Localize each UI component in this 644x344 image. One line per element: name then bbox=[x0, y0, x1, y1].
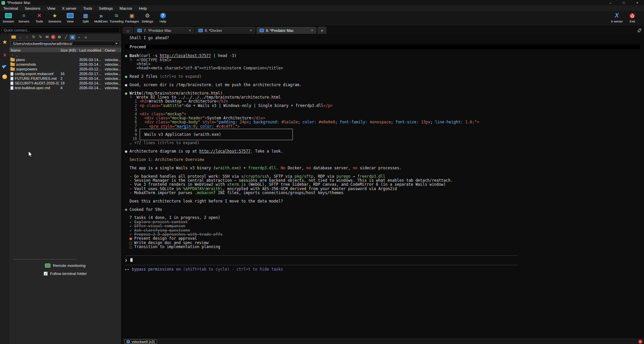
terminal-link[interactable]: http://localhost:57577 bbox=[199, 149, 250, 154]
toolbar-tunneling-button[interactable]: ≈Tunneling bbox=[109, 12, 124, 26]
sessions-star-icon[interactable]: ★ bbox=[2, 39, 7, 46]
remote-monitoring-row[interactable]: Remote monitoring bbox=[45, 264, 85, 268]
tools-icon[interactable]: ✕ bbox=[3, 52, 7, 58]
tools-icon-wrap: ✕ bbox=[37, 12, 41, 19]
new-tab-button[interactable]: + bbox=[318, 27, 326, 34]
pin-icon[interactable]: ▪ bbox=[76, 35, 82, 40]
terminal-line bbox=[125, 40, 643, 44]
tab-t8[interactable]: 8. *Docker× bbox=[195, 27, 255, 34]
file-owner-cell: vstockw... bbox=[103, 86, 121, 90]
toolbar-settings-button[interactable]: ⚙Settings bbox=[140, 12, 155, 26]
upload-icon[interactable]: ↑ bbox=[24, 35, 30, 40]
edit-icon[interactable]: ✎ bbox=[38, 35, 43, 40]
file-row[interactable]: SECURITY-AUDIT-2026-03-1...192026-03-14.… bbox=[9, 81, 121, 85]
file-modified-cell: 2026-03-14... bbox=[78, 76, 103, 80]
toolbar-view-button[interactable]: View bbox=[62, 12, 78, 26]
column-header-size-kb-[interactable]: Size (KB) bbox=[59, 48, 78, 52]
toolbar-tools-button[interactable]: ✕Tools bbox=[32, 12, 47, 26]
toolbar-split-button[interactable]: ▦Split bbox=[78, 12, 93, 26]
menu-sessions[interactable]: Sessions bbox=[21, 5, 44, 11]
delete-icon[interactable]: × bbox=[51, 35, 55, 39]
moba-ball-icon[interactable] bbox=[2, 74, 7, 79]
terminal-line: 7 <pre style="margin:0; color: #c4c4ff;"… bbox=[125, 124, 643, 128]
tab-close-icon[interactable]: × bbox=[311, 28, 313, 33]
panel-toggle-icon[interactable]: ▦ bbox=[70, 35, 75, 40]
folder-icon bbox=[10, 63, 15, 66]
tunneling-icon: ≈ bbox=[115, 12, 118, 19]
column-header-owner[interactable]: Owner bbox=[103, 48, 121, 52]
toolbar-servers-button[interactable]: ≡Servers bbox=[16, 12, 32, 26]
tab-close-icon[interactable]: × bbox=[250, 28, 252, 33]
sync-icon[interactable]: ↻ bbox=[31, 35, 37, 40]
minimize-button[interactable]: – bbox=[604, 0, 617, 5]
file-icon bbox=[10, 86, 13, 90]
folder-row[interactable]: plans2026-03-14...vstockw... bbox=[9, 57, 121, 62]
terminal-tab-icon bbox=[137, 29, 142, 32]
terminal-tab-bar: ⌂7. *Predator Mac×8. *Docker×9. *Predato… bbox=[121, 26, 644, 34]
folder-row[interactable]: screenshots2026-03-14...vstockw... bbox=[9, 62, 121, 67]
menu-x-server[interactable]: X server bbox=[59, 5, 80, 11]
file-row[interactable]: FUTURE-FEATURES.md22026-03-14...vstockw.… bbox=[9, 76, 121, 81]
macros-plane-icon[interactable] bbox=[2, 63, 7, 69]
terminal-line bbox=[125, 249, 643, 253]
file-icon bbox=[10, 77, 13, 80]
toolbar-sessions-button[interactable]: ★Sessions bbox=[47, 12, 62, 26]
close-button[interactable]: × bbox=[631, 0, 644, 5]
toolbar-multiexec-button[interactable]: »MultiExec bbox=[93, 12, 109, 26]
terminal-area[interactable]: Shall I go ahead?Proceed● Bash(curl -s h… bbox=[123, 34, 644, 344]
app-icon bbox=[1, 1, 5, 5]
tunneling-icon-wrap: ≈ bbox=[115, 12, 118, 19]
multiexec-icon: » bbox=[99, 12, 103, 19]
toolbar-packages-button[interactable]: ▣Packages bbox=[124, 12, 140, 26]
file-modified-cell: 2026-03-17... bbox=[78, 72, 103, 76]
packages-icon-wrap: ▣ bbox=[129, 12, 134, 19]
session-icon-wrap bbox=[5, 12, 12, 19]
up-dir-icon: ↑ bbox=[10, 53, 15, 57]
download-icon[interactable]: ↓ bbox=[17, 35, 23, 40]
toolbar-exit-button[interactable]: Exit bbox=[625, 12, 640, 26]
search-icon[interactable]: ⊙ bbox=[56, 35, 62, 40]
remote-monitoring-label: Remote monitoring bbox=[53, 264, 85, 268]
terminal-close-icon[interactable]: × bbox=[638, 340, 642, 344]
toolbar-session-button[interactable]: Session bbox=[1, 12, 16, 26]
new-folder-icon[interactable] bbox=[11, 35, 16, 40]
column-header-last-modified[interactable]: Last modified bbox=[78, 48, 103, 52]
mouse-cursor bbox=[28, 151, 33, 158]
tab-close-icon[interactable]: × bbox=[189, 28, 191, 33]
file-modified-cell: 2026-03-14... bbox=[78, 81, 103, 85]
follow-folder-checkbox[interactable] bbox=[44, 272, 48, 276]
main-split: ★✕ ↓↑↻✎✉×⊙╱▦▪■ /Users/vstockwell/repos/w… bbox=[0, 34, 644, 344]
path-input[interactable]: /Users/vstockwell/repos/wraith/docs/ bbox=[11, 41, 120, 46]
terminal-input-border bbox=[125, 265, 518, 265]
parent-dir-row[interactable]: ↑.. bbox=[9, 53, 121, 57]
quick-connect-input[interactable] bbox=[1, 27, 120, 33]
menu-help[interactable]: Help bbox=[136, 5, 150, 11]
column-header-name[interactable]: Name bbox=[9, 48, 59, 52]
file-row[interactable]: test-buildout-spec.md42026-03-14...vstoc… bbox=[9, 85, 121, 90]
file-modified-cell: 2026-03-14... bbox=[78, 62, 103, 66]
menu-tools[interactable]: Tools bbox=[80, 5, 96, 11]
file-owner-cell: vstockw... bbox=[103, 62, 121, 66]
paperclip-icon[interactable] bbox=[637, 28, 642, 33]
menu-view[interactable]: View bbox=[44, 5, 59, 11]
wrench-icon[interactable]: ╱ bbox=[63, 35, 69, 40]
folder-row[interactable]: superpowers2026-03-12...vstockw... bbox=[9, 67, 121, 71]
toolbar-xserver-button[interactable]: XX server bbox=[609, 12, 625, 26]
terminal-line: Section 1: Architecture Overview bbox=[125, 158, 643, 162]
mail-icon[interactable]: ✉ bbox=[44, 35, 50, 40]
menu-terminal[interactable]: Terminal bbox=[0, 5, 21, 11]
menu-settings[interactable]: Settings bbox=[96, 5, 117, 11]
file-icon bbox=[10, 81, 13, 85]
tab-t9[interactable]: 9. *Predator Mac× bbox=[257, 27, 316, 34]
code-line-number: 1 bbox=[125, 99, 137, 103]
screen-icon[interactable]: ■ bbox=[83, 35, 89, 40]
menu-macros[interactable]: Macros bbox=[116, 5, 136, 11]
maximize-button[interactable]: □ bbox=[617, 0, 631, 5]
toolbar-help-button[interactable]: ?Help bbox=[155, 12, 171, 26]
file-row[interactable]: config-export.mobaconf162026-03-17...vst… bbox=[9, 71, 121, 76]
tab-t7[interactable]: 7. *Predator Mac× bbox=[134, 27, 194, 34]
tab-home[interactable]: ⌂ bbox=[123, 27, 133, 34]
terminal-code-box: 8910Wails v3 Application (wraith.exe) bbox=[125, 128, 643, 141]
follow-terminal-folder-row[interactable]: Follow terminal folder bbox=[44, 272, 87, 276]
session-tab[interactable]: vstockwell (x3) bbox=[124, 339, 157, 344]
